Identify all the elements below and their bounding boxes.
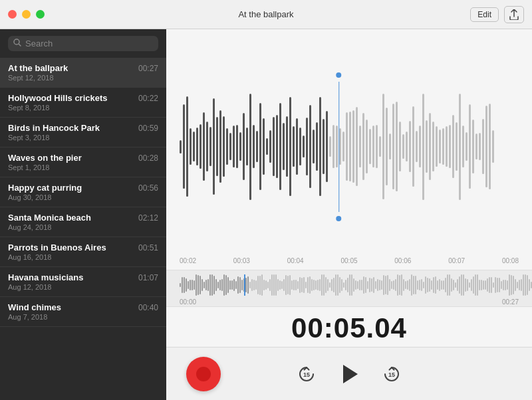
recording-title: Santa Monica beach xyxy=(8,213,91,223)
mini-bar xyxy=(311,279,313,291)
waveform-bar xyxy=(323,119,325,173)
time-labels: 00:0200:0300:0400:0500:0600:0700:08 xyxy=(180,253,519,270)
mini-bar xyxy=(419,280,420,290)
list-item[interactable]: Santa Monica beach 02:12 Aug 24, 2018 xyxy=(0,207,166,237)
mini-bar xyxy=(509,274,510,295)
waveform-bar xyxy=(216,117,218,175)
forward-button[interactable]: 15 xyxy=(379,361,404,387)
waveform-bar xyxy=(389,134,391,159)
mini-bar xyxy=(215,279,217,292)
waveform-canvas[interactable] xyxy=(180,87,519,207)
search-input-wrap[interactable] xyxy=(8,36,158,51)
waveform-bar xyxy=(313,130,315,164)
mini-bar xyxy=(503,280,504,290)
mini-bar xyxy=(423,282,424,289)
waveform-bar xyxy=(376,125,378,168)
mini-bar xyxy=(263,280,265,291)
mini-bar xyxy=(381,280,382,290)
mini-bar xyxy=(289,275,291,296)
waveform-bar xyxy=(246,128,248,165)
mini-bar xyxy=(369,278,370,292)
time-label: 00:02 xyxy=(180,257,196,264)
waveform-bar xyxy=(200,124,201,168)
mini-bar xyxy=(499,278,500,292)
bottom-bar: 15 15 xyxy=(166,347,532,400)
list-item[interactable]: Hollywood Hills crickets 00:22 Sept 8, 2… xyxy=(0,88,166,118)
waveform-bar xyxy=(332,125,334,168)
play-icon xyxy=(343,365,358,383)
mini-bar xyxy=(501,281,502,289)
titlebar: At the ballpark Edit xyxy=(0,0,532,29)
mini-bar xyxy=(299,277,301,292)
waveform-area: 00:0200:0300:0400:0500:0600:0700:08 xyxy=(166,29,532,270)
mini-bar xyxy=(349,274,350,296)
timer-display: 00:05.04 xyxy=(166,307,532,347)
waveform-bar xyxy=(253,125,255,169)
mini-bar xyxy=(184,277,185,293)
mini-bar xyxy=(223,274,225,296)
mini-bar xyxy=(409,279,410,290)
recording-date: Aug 30, 2018 xyxy=(8,193,158,201)
mini-bar xyxy=(363,276,364,294)
mini-bar xyxy=(411,274,412,296)
mini-bar xyxy=(439,279,440,290)
waveform-main xyxy=(180,40,519,253)
mini-bar xyxy=(235,281,237,289)
waveform-bar xyxy=(426,120,428,173)
mini-bar xyxy=(335,274,336,296)
waveform-bar xyxy=(206,122,208,172)
mini-bar xyxy=(343,282,344,287)
mini-bar xyxy=(461,274,462,296)
mini-bar xyxy=(192,280,193,290)
mini-bar xyxy=(397,274,398,296)
mini-bar xyxy=(403,279,404,292)
waveform-bar xyxy=(286,116,288,177)
waveform-bar xyxy=(412,106,414,187)
list-item[interactable]: Havana musicians 01:07 Aug 12, 2018 xyxy=(0,267,166,297)
list-item[interactable]: Waves on the pier 00:28 Sept 1, 2018 xyxy=(0,148,166,177)
recording-date: Sept 1, 2018 xyxy=(8,163,158,171)
list-item[interactable]: Parrots in Buenos Aires 00:51 Aug 16, 20… xyxy=(0,237,166,267)
mini-bar xyxy=(277,279,279,291)
mini-bar xyxy=(281,281,283,288)
mini-bar xyxy=(239,277,241,293)
titlebar-actions: Edit xyxy=(470,6,524,23)
mini-bar xyxy=(401,274,402,296)
maximize-button[interactable] xyxy=(36,10,45,19)
waveform-bar xyxy=(190,128,192,165)
waveform-bar xyxy=(329,136,331,157)
waveform-bar xyxy=(406,132,408,162)
minimize-button[interactable] xyxy=(22,10,31,19)
mini-bar xyxy=(315,280,317,289)
recordings-list: At the ballpark 00:27 Sept 12, 2018 Holl… xyxy=(0,58,166,400)
mini-bar xyxy=(437,280,438,290)
waveform-bar xyxy=(419,126,421,167)
waveform-bar xyxy=(469,104,471,189)
recording-title: Waves on the pier xyxy=(8,153,82,163)
mini-playhead xyxy=(244,274,245,296)
waveform-bar xyxy=(436,126,438,166)
mini-bar xyxy=(182,277,183,293)
waveform-bar xyxy=(366,120,368,173)
list-item[interactable]: Wind chimes 00:40 Aug 7, 2018 xyxy=(0,297,166,327)
mini-bar xyxy=(361,280,362,290)
edit-button[interactable]: Edit xyxy=(470,7,499,22)
list-item[interactable]: At the ballpark 00:27 Sept 12, 2018 xyxy=(0,58,166,88)
waveform-bar xyxy=(449,125,451,168)
recording-duration: 00:56 xyxy=(138,183,158,193)
list-item[interactable]: Happy cat purring 00:56 Aug 30, 2018 xyxy=(0,177,166,207)
mini-bar xyxy=(389,279,390,290)
mini-bar xyxy=(367,281,368,289)
mini-bar xyxy=(441,280,442,289)
mini-waveform[interactable]: 00:00 00:27 xyxy=(166,270,532,307)
mini-bar xyxy=(447,274,448,295)
rewind-button[interactable]: 15 xyxy=(294,361,319,387)
play-button[interactable] xyxy=(335,360,363,388)
list-item[interactable]: Birds in Hancock Park 00:59 Sept 3, 2018 xyxy=(0,118,166,148)
time-label: 00:08 xyxy=(502,257,519,264)
record-button[interactable] xyxy=(186,357,221,391)
search-input[interactable] xyxy=(25,39,153,49)
share-button[interactable] xyxy=(504,6,524,23)
close-button[interactable] xyxy=(8,10,17,19)
waveform-bar xyxy=(209,127,211,166)
